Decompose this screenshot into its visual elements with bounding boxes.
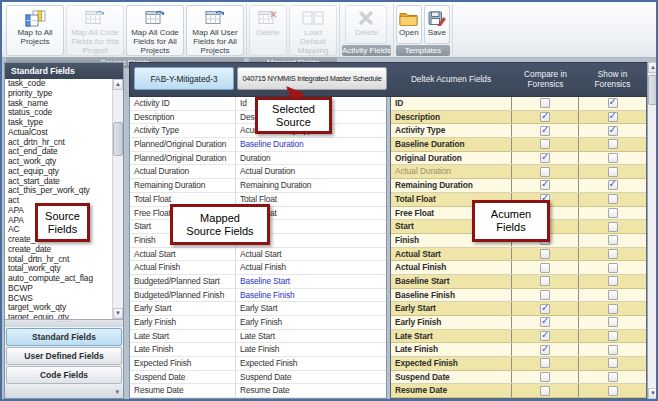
source2-mapped-field[interactable]: Late Start	[236, 330, 386, 343]
source1-mapped-field[interactable]: Expected Finish	[130, 357, 236, 370]
map-to-all-projects-button[interactable]: Map to All Projects	[6, 5, 64, 56]
source2-mapped-field[interactable]: Early Start	[236, 302, 386, 315]
source1-mapped-field[interactable]: Late Finish	[130, 343, 236, 356]
source-tab-selected[interactable]: FAB-Y-Mitigated-3	[134, 67, 234, 90]
scroll-down-icon[interactable]: ▼	[648, 388, 658, 399]
source2-mapped-field[interactable]: Duration	[236, 152, 386, 165]
save-button[interactable]: Save	[424, 5, 450, 44]
scroll-thumb[interactable]	[113, 122, 123, 156]
source1-mapped-field[interactable]: Planned/Original Duration	[130, 138, 236, 151]
nav-overflow-chevron[interactable]: ▾	[5, 385, 123, 398]
show-checkbox[interactable]	[608, 317, 618, 327]
show-checkbox[interactable]	[608, 358, 618, 368]
source1-mapped-field[interactable]: Actual Duration	[130, 165, 236, 178]
show-checkbox[interactable]	[608, 386, 618, 396]
show-checkbox[interactable]	[608, 290, 618, 300]
show-checkbox-cell	[579, 330, 646, 343]
compare-checkbox[interactable]	[540, 263, 550, 273]
source1-mapped-field[interactable]: Early Finish	[130, 316, 236, 329]
source1-mapped-field[interactable]: Actual Finish	[130, 261, 236, 274]
source1-mapped-field[interactable]: Budgeted/Planned Finish	[130, 289, 236, 302]
map-all-code-fields-for-all-projects-button[interactable]: ="0 0 18 15">Map All Code Fields for All…	[126, 5, 184, 56]
scroll-up-icon[interactable]: ▲	[648, 62, 658, 73]
sidebar-nav-standard-fields[interactable]: Standard Fields	[6, 328, 122, 346]
show-checkbox[interactable]	[608, 180, 618, 190]
source2-mapped-field[interactable]: Actual Finish	[236, 261, 386, 274]
show-checkbox[interactable]	[608, 194, 618, 204]
acumen-scrollbar[interactable]: ▲ ▼	[647, 62, 658, 399]
source1-mapped-field[interactable]: Description	[130, 111, 236, 124]
show-checkbox[interactable]	[608, 167, 618, 177]
source1-mapped-field[interactable]: Resume Date	[130, 384, 236, 397]
compare-checkbox[interactable]	[540, 345, 550, 355]
load-default-mapping-button[interactable]: Load Default Mapping	[289, 5, 337, 56]
source2-mapped-field[interactable]: Early Finish	[236, 316, 386, 329]
show-checkbox[interactable]	[608, 249, 618, 259]
show-checkbox[interactable]	[608, 372, 618, 382]
source1-mapped-field[interactable]: Late Start	[130, 330, 236, 343]
compare-checkbox[interactable]	[540, 112, 550, 122]
source2-mapped-field[interactable]: Remaining Duration	[236, 179, 386, 192]
source2-mapped-field[interactable]: Baseline Start	[236, 275, 386, 288]
source1-mapped-field[interactable]: Planned/Original Duration	[130, 152, 236, 165]
scroll-thumb[interactable]	[648, 75, 658, 105]
sidebar-scrollbar[interactable]: ▲ ▼	[112, 79, 123, 319]
show-checkbox[interactable]	[608, 98, 618, 108]
show-checkbox[interactable]	[608, 331, 618, 341]
sidebar-nav-code-fields[interactable]: Code Fields	[6, 366, 122, 384]
compare-checkbox[interactable]	[540, 249, 550, 259]
show-checkbox[interactable]	[608, 153, 618, 163]
source2-mapped-field[interactable]: Baseline Finish	[236, 289, 386, 302]
source1-mapped-field[interactable]: Activity Type	[130, 124, 236, 137]
map-all-user-fields-for-all-projects-button[interactable]: ="0 0 18 15">Map All User Fields for All…	[186, 5, 244, 56]
compare-checkbox[interactable]	[540, 153, 550, 163]
compare-checkbox[interactable]	[540, 317, 550, 327]
show-checkbox[interactable]	[608, 345, 618, 355]
scroll-down-icon[interactable]: ▼	[113, 308, 123, 319]
source2-mapped-field[interactable]: Late Finish	[236, 343, 386, 356]
show-checkbox[interactable]	[608, 139, 618, 149]
delete-button[interactable]: Delete	[345, 5, 387, 44]
compare-checkbox-cell	[512, 357, 579, 370]
source2-mapped-field[interactable]: Suspend Date	[236, 371, 386, 384]
source2-mapped-field[interactable]: Resume Date	[236, 384, 386, 397]
source1-mapped-field[interactable]: Suspend Date	[130, 371, 236, 384]
source2-mapped-field[interactable]: Baseline Duration	[236, 138, 386, 151]
compare-checkbox[interactable]	[540, 139, 550, 149]
show-checkbox[interactable]	[608, 222, 618, 232]
compare-checkbox[interactable]	[540, 358, 550, 368]
sidebar-nav-user-defined-fields[interactable]: User Defined Fields	[6, 347, 122, 365]
compare-checkbox[interactable]	[540, 180, 550, 190]
compare-checkbox[interactable]	[540, 304, 550, 314]
compare-checkbox[interactable]	[540, 98, 550, 108]
source1-mapped-field[interactable]: Budgeted/Planned Start	[130, 275, 236, 288]
source2-mapped-field[interactable]: Expected Finish	[236, 357, 386, 370]
show-checkbox[interactable]	[608, 276, 618, 286]
show-checkbox[interactable]	[608, 208, 618, 218]
show-checkbox[interactable]	[608, 126, 618, 136]
compare-checkbox[interactable]	[540, 290, 550, 300]
source1-mapped-field[interactable]: Early Start	[130, 302, 236, 315]
source1-mapped-field[interactable]: Actual Start	[130, 248, 236, 261]
compare-checkbox[interactable]	[540, 386, 550, 396]
open-button[interactable]: Open	[396, 5, 422, 44]
source1-mapped-field[interactable]: Remaining Duration	[130, 179, 236, 192]
source-field-item[interactable]: act_this_per_work_qty	[5, 186, 123, 196]
show-checkbox[interactable]	[608, 112, 618, 122]
compare-checkbox[interactable]	[540, 276, 550, 286]
compare-checkbox[interactable]	[540, 372, 550, 382]
compare-checkbox[interactable]	[540, 167, 550, 177]
delete-button[interactable]: ="0 0 18 15">Delete	[249, 5, 287, 56]
source1-mapped-field[interactable]: Activity ID	[130, 97, 236, 110]
compare-checkbox[interactable]	[540, 331, 550, 341]
show-checkbox[interactable]	[608, 263, 618, 273]
splitter-handle[interactable]: ·····	[5, 320, 123, 327]
source2-mapped-field[interactable]: Actual Duration	[236, 165, 386, 178]
source2-mapped-field[interactable]: Actual Start	[236, 248, 386, 261]
compare-checkbox[interactable]	[540, 126, 550, 136]
show-checkbox[interactable]	[608, 235, 618, 245]
map-all-code-fields-for-this-project-button[interactable]: ="0 0 18 15">Map All Code Fields for thi…	[66, 5, 124, 56]
show-checkbox[interactable]	[608, 304, 618, 314]
scroll-up-icon[interactable]: ▲	[113, 79, 123, 90]
source-field-item[interactable]: target_equip_qty	[5, 313, 123, 320]
